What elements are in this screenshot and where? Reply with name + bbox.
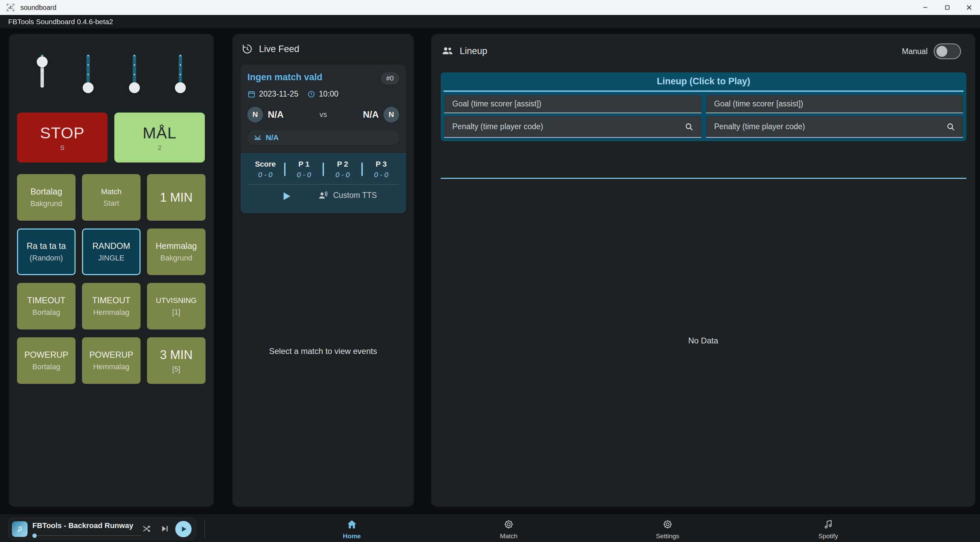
pad-match-start[interactable]: Match Start: [82, 174, 140, 221]
score-col-value: 0 - 0: [363, 171, 400, 179]
lineup-panel: Lineup Manual Lineup (Click to Play): [431, 34, 975, 507]
play-announcement-button[interactable]: [280, 190, 292, 202]
pad-timeout-hemmalag[interactable]: TIMEOUT Hemmalag: [82, 283, 140, 330]
away-team-name: N/A: [363, 109, 379, 120]
match-date: 2023-11-25: [259, 89, 298, 98]
goal-hotkey: 2: [158, 144, 162, 152]
close-button[interactable]: [958, 0, 980, 15]
sound-pad-grid: Bortalag Bakgrund Match Start 1 MIN Ra t…: [17, 174, 205, 384]
nav-tab-match[interactable]: Match: [485, 519, 533, 540]
pad-utvisning[interactable]: UTVISNING [1]: [147, 283, 205, 330]
c2-volume-slider[interactable]: [128, 52, 140, 103]
search-icon[interactable]: [946, 122, 956, 132]
lineup-title: Lineup: [460, 46, 487, 57]
score-col-label: Score: [247, 160, 284, 169]
goal-label: MÅL: [143, 124, 177, 142]
venue-name: N/A: [266, 133, 279, 142]
track-progress-slider[interactable]: [32, 534, 141, 537]
calendar-icon: [247, 90, 256, 98]
bottom-bar: FBTools - Backroad Runway Home: [0, 515, 980, 542]
album-art: [12, 521, 27, 537]
goal-button[interactable]: MÅL 2: [115, 113, 205, 163]
music-player: FBTools - Backroad Runway: [8, 518, 196, 540]
app-version-text: FBTools Soundboard 0.4.6-beta2: [8, 18, 113, 26]
away-team-avatar: N: [383, 107, 399, 122]
lineup-card-title: Lineup (Click to Play): [441, 73, 966, 90]
search-icon[interactable]: [684, 122, 694, 132]
nav-tab-home[interactable]: Home: [328, 519, 375, 540]
score-col-label: P 1: [285, 160, 323, 169]
home-team-avatar: N: [247, 107, 263, 122]
people-icon: [441, 45, 453, 57]
window-title: soundboard: [21, 4, 56, 11]
lineup-empty-message: No Data: [431, 336, 975, 345]
stop-button[interactable]: STOP S: [17, 113, 108, 163]
pad-powerup-bortalag[interactable]: POWERUP Bortalag: [17, 337, 76, 384]
master-volume-slider[interactable]: [36, 52, 48, 103]
penalty-input-home[interactable]: [444, 116, 701, 138]
live-feed-panel: Live Feed Ingen match vald #0 2023-11-25: [232, 34, 414, 507]
shuffle-button[interactable]: [142, 524, 152, 534]
track-title: FBTools - Backroad Runway: [32, 521, 134, 530]
gear-icon: [662, 519, 673, 530]
clock-icon: [307, 90, 315, 98]
pad-3-min[interactable]: 3 MIN [5]: [147, 337, 205, 384]
pad-random-jingle-selected[interactable]: RANDOM JINGLE: [82, 228, 140, 275]
vs-label: vs: [288, 110, 358, 119]
live-feed-title: Live Feed: [259, 44, 299, 54]
manual-toggle-label: Manual: [902, 47, 928, 56]
home-icon: [347, 519, 357, 530]
music-volume-slider[interactable]: [174, 52, 186, 103]
lineup-card: Lineup (Click to Play): [441, 73, 966, 141]
soundboard-panel: Master C1 C2: [9, 34, 214, 507]
penalty-input-away[interactable]: [706, 116, 963, 138]
goal-input-away[interactable]: [706, 95, 963, 113]
skip-next-button[interactable]: [159, 524, 170, 534]
stop-label: STOP: [40, 124, 84, 142]
score-col-value: 0 - 0: [324, 171, 361, 179]
custom-tts-button[interactable]: Custom TTS: [318, 190, 377, 200]
version-bar: FBTools Soundboard 0.4.6-beta2: [0, 15, 980, 29]
score-col-value: 0 - 0: [247, 171, 284, 179]
play-pause-button[interactable]: [175, 521, 192, 537]
history-icon: [240, 43, 253, 55]
gear-icon: [503, 519, 514, 530]
match-time: 10:00: [319, 89, 339, 98]
hockey-sticks-icon: [253, 134, 262, 142]
pad-ra-ta-ta-ta-selected[interactable]: Ra ta ta ta (Random): [17, 228, 76, 275]
window-titlebar: soundboard: [0, 0, 980, 15]
app-icon: [6, 3, 15, 12]
pad-bortalag-bakgrund[interactable]: Bortalag Bakgrund: [17, 174, 76, 221]
manual-toggle[interactable]: [934, 44, 961, 59]
venue-bar: N/A: [247, 131, 399, 145]
match-card[interactable]: Ingen match vald #0 2023-11-25 10:00: [240, 65, 406, 213]
voice-over-icon: [318, 190, 328, 200]
c1-volume-slider[interactable]: [82, 52, 94, 103]
score-col-label: P 3: [363, 160, 400, 169]
goal-input-home[interactable]: [444, 95, 701, 113]
nav-tab-settings[interactable]: Settings: [644, 519, 692, 540]
music-note-icon: [823, 519, 834, 530]
feed-empty-message: Select a match to view events: [232, 347, 414, 356]
pad-hemmalag-bakgrund[interactable]: Hemmalag Bakgrund: [147, 228, 205, 275]
nav-tab-spotify[interactable]: Spotify: [804, 519, 852, 540]
match-name: Ingen match vald: [247, 72, 323, 82]
pad-1-min[interactable]: 1 MIN: [147, 174, 205, 221]
custom-tts-label: Custom TTS: [333, 191, 377, 200]
lineup-divider: [441, 178, 966, 179]
maximize-button[interactable]: [937, 0, 958, 15]
pad-powerup-hemmalag[interactable]: POWERUP Hemmalag: [82, 337, 140, 384]
mixer-sliders: Master C1 C2: [19, 52, 204, 122]
player-separator: [204, 519, 205, 539]
score-col-label: P 2: [324, 160, 361, 169]
pad-timeout-bortalag[interactable]: TIMEOUT Bortalag: [17, 283, 76, 330]
home-team-name: N/A: [268, 109, 284, 120]
score-section: Score 0 - 0 P 1 0 - 0 P 2 0 - 0 P 3 0 - …: [240, 153, 406, 213]
minimize-button[interactable]: [915, 0, 937, 15]
stop-hotkey: S: [60, 144, 65, 152]
match-number-badge: #0: [381, 72, 399, 85]
score-col-value: 0 - 0: [285, 171, 323, 179]
